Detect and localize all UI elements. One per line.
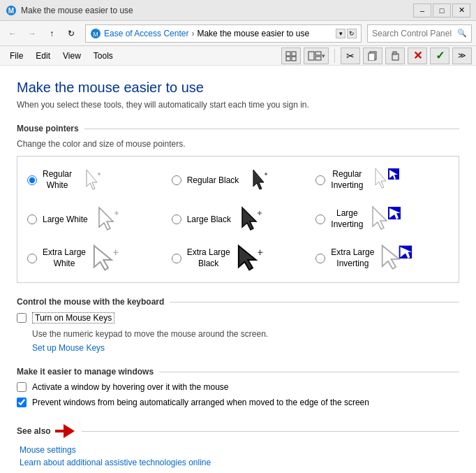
svg-marker-18 bbox=[253, 170, 264, 189]
menu-tools[interactable]: Tools bbox=[88, 49, 119, 63]
mouse-pointers-desc: Change the color and size of mouse point… bbox=[17, 139, 459, 149]
extra-large-black-label[interactable]: Extra LargeBlack bbox=[187, 247, 230, 269]
setup-mouse-keys-link[interactable]: Set up Mouse Keys bbox=[32, 343, 105, 353]
svg-marker-15 bbox=[87, 170, 97, 189]
toolbar-delete-btn[interactable]: ✕ bbox=[408, 48, 427, 64]
prevent-arrange-row: Prevent windows from being automatically… bbox=[17, 398, 459, 407]
svg-rect-6 bbox=[286, 57, 290, 61]
breadcrumb-ease-of-access[interactable]: Ease of Access Center bbox=[104, 29, 188, 38]
page-subtitle: When you select these tools, they will a… bbox=[17, 100, 459, 110]
see-also-links: Mouse settings Learn about additional as… bbox=[20, 445, 459, 467]
activate-window-label[interactable]: Activate a window by hovering over it wi… bbox=[32, 382, 228, 392]
large-white-icon bbox=[94, 205, 127, 233]
svg-text:M: M bbox=[93, 31, 98, 38]
large-black-label[interactable]: Large Black bbox=[187, 214, 231, 224]
extra-large-black-radio[interactable] bbox=[172, 254, 181, 263]
minimize-button[interactable]: – bbox=[413, 3, 431, 17]
pointer-option-large-inverting: LargeInverting bbox=[313, 203, 452, 236]
see-also-header: See also bbox=[17, 426, 51, 436]
mouse-keys-checkbox[interactable] bbox=[17, 313, 27, 323]
regular-black-label[interactable]: Regular Black bbox=[187, 175, 239, 185]
svg-rect-4 bbox=[286, 52, 290, 56]
pointer-option-large-black: Large Black bbox=[169, 203, 308, 236]
setup-mouse-keys-container: Set up Mouse Keys bbox=[32, 343, 459, 353]
copy-icon bbox=[368, 51, 378, 61]
toolbar-check-btn[interactable]: ✓ bbox=[430, 48, 449, 64]
extra-large-white-label[interactable]: Extra LargeWhite bbox=[43, 247, 86, 269]
forward-button[interactable]: → bbox=[24, 25, 40, 42]
toolbar-copy-btn[interactable] bbox=[363, 48, 382, 64]
navigation-bar: ← → ↑ ↻ M Ease of Access Center › Make t… bbox=[0, 21, 476, 46]
window-icon: M bbox=[6, 5, 17, 16]
extra-large-white-icon bbox=[91, 245, 125, 272]
svg-rect-9 bbox=[315, 52, 321, 55]
activate-window-row: Activate a window by hovering over it wi… bbox=[17, 382, 459, 392]
mouse-keys-section: Control the mouse with the keyboard Turn… bbox=[17, 297, 459, 353]
menu-view[interactable]: View bbox=[57, 49, 87, 63]
see-also-section: See also Mouse settings Learn about addi… bbox=[17, 421, 459, 467]
svg-rect-12 bbox=[369, 53, 375, 61]
breadcrumb-dropdown[interactable]: ▾ bbox=[336, 29, 345, 38]
mouse-keys-label[interactable]: Turn on Mouse Keys bbox=[32, 312, 114, 323]
toolbar-paste-btn[interactable] bbox=[385, 48, 405, 64]
pointer-option-large-white: Large White bbox=[24, 203, 163, 236]
large-inverting-icon bbox=[369, 205, 402, 233]
toolbar-view-btn[interactable] bbox=[281, 48, 301, 64]
reload-button[interactable]: ↻ bbox=[347, 29, 357, 38]
mouse-keys-checkbox-row: Turn on Mouse Keys bbox=[17, 312, 459, 323]
forward-icon: → bbox=[28, 29, 36, 38]
up-button[interactable]: ↑ bbox=[43, 25, 60, 42]
back-button[interactable]: ← bbox=[4, 25, 21, 42]
red-arrow-icon bbox=[54, 421, 76, 441]
regular-inverting-radio[interactable] bbox=[315, 175, 325, 185]
svg-marker-33 bbox=[94, 246, 112, 270]
mouse-settings-link[interactable]: Mouse settings bbox=[20, 445, 76, 455]
regular-white-label[interactable]: RegularWhite bbox=[43, 169, 72, 191]
toolbar-layout-btn[interactable]: ▾ bbox=[304, 48, 329, 64]
pointer-option-extra-large-white: Extra LargeWhite bbox=[24, 242, 163, 275]
large-white-radio[interactable] bbox=[27, 214, 37, 224]
large-inverting-radio[interactable] bbox=[315, 214, 325, 224]
mouse-pointers-header: Mouse pointers bbox=[17, 124, 459, 133]
menu-edit[interactable]: Edit bbox=[30, 49, 56, 63]
svg-marker-42 bbox=[55, 424, 75, 438]
toolbar-right: ▾ ✂ ✕ ✓ ≫ bbox=[281, 48, 472, 64]
search-box: 🔍 bbox=[367, 24, 472, 43]
extra-large-white-radio[interactable] bbox=[27, 254, 37, 263]
menu-file[interactable]: File bbox=[4, 49, 29, 63]
extra-large-inverting-label[interactable]: Extra LargeInverting bbox=[331, 247, 374, 269]
regular-white-radio[interactable] bbox=[27, 175, 37, 185]
menu-bar: File Edit View Tools ▾ ✂ bbox=[0, 46, 476, 66]
maximize-button[interactable]: □ bbox=[433, 3, 451, 17]
refresh-button[interactable]: ↻ bbox=[63, 25, 80, 42]
layout-icon bbox=[308, 50, 322, 61]
large-black-icon bbox=[237, 205, 270, 233]
prevent-arrange-label[interactable]: Prevent windows from being automatically… bbox=[32, 398, 369, 407]
extra-large-inverting-radio[interactable] bbox=[315, 254, 325, 263]
see-also-divider bbox=[82, 431, 459, 432]
large-black-radio[interactable] bbox=[172, 214, 181, 224]
breadcrumb-current: Make the mouse easier to use bbox=[197, 29, 309, 38]
up-icon: ↑ bbox=[50, 29, 54, 38]
see-also-header-row: See also bbox=[17, 421, 459, 441]
view-icon bbox=[285, 50, 297, 61]
learn-more-link[interactable]: Learn about additional assistive technol… bbox=[20, 458, 211, 467]
large-inverting-label[interactable]: LargeInverting bbox=[331, 208, 363, 230]
close-button[interactable]: ✕ bbox=[452, 3, 470, 17]
activate-window-checkbox[interactable] bbox=[17, 382, 27, 392]
prevent-arrange-checkbox[interactable] bbox=[17, 398, 27, 407]
toolbar-separator-1 bbox=[334, 49, 335, 63]
toolbar-cut-btn[interactable]: ✂ bbox=[341, 48, 360, 64]
regular-black-icon bbox=[244, 166, 278, 194]
pointer-option-extra-large-inverting: Extra LargeInverting bbox=[313, 242, 452, 275]
breadcrumb-separator-1: › bbox=[191, 29, 194, 38]
mouse-keys-header: Control the mouse with the keyboard bbox=[17, 297, 459, 307]
regular-white-icon bbox=[77, 166, 111, 194]
large-white-label[interactable]: Large White bbox=[43, 214, 88, 224]
regular-inverting-label[interactable]: RegularInverting bbox=[331, 169, 363, 191]
search-input[interactable] bbox=[372, 29, 457, 38]
learn-more-link-row: Learn about additional assistive technol… bbox=[20, 458, 459, 467]
regular-black-radio[interactable] bbox=[172, 175, 181, 185]
toolbar-more-btn[interactable]: ≫ bbox=[452, 48, 472, 64]
pointer-option-regular-inverting: RegularInverting bbox=[313, 163, 452, 197]
